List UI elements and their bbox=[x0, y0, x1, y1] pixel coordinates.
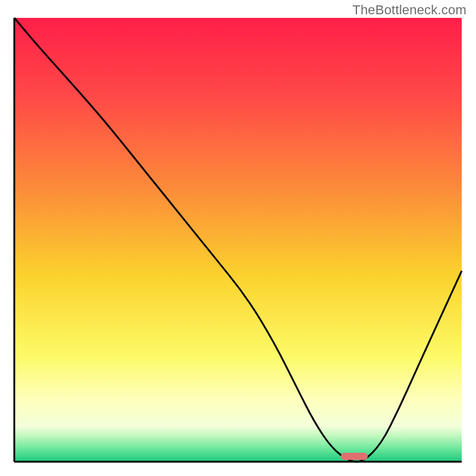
plot-background bbox=[14, 18, 462, 462]
watermark-text: TheBottleneck.com bbox=[352, 2, 466, 18]
optimal-zone-marker bbox=[341, 453, 368, 460]
chart-container: TheBottleneck.com bbox=[0, 0, 476, 476]
bottleneck-chart bbox=[0, 0, 476, 476]
